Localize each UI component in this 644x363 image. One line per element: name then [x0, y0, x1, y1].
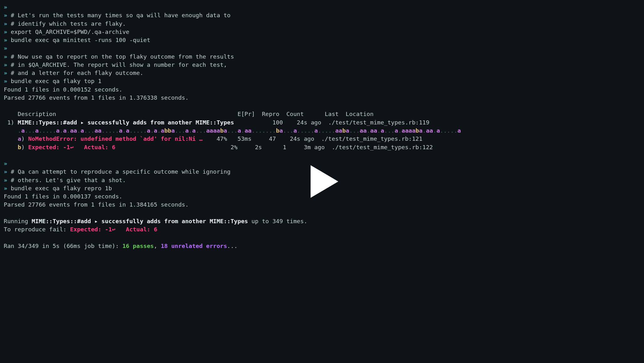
command: bundle exec qa flaky top 1	[11, 78, 101, 84]
prompt: »	[4, 20, 7, 27]
comment: # and a letter for each flaky outcome.	[11, 70, 143, 76]
expected-value: Expected: -1↩	[28, 144, 74, 150]
comment: # others. Let's give that a shot.	[11, 177, 126, 183]
prompt: »	[4, 37, 7, 43]
running-line: Running MIME::Types::#add ▸ successfully…	[4, 217, 640, 225]
outcome-label-b: b	[18, 144, 21, 150]
expected-value: Expected: -1↩	[70, 226, 116, 233]
actual-value: Actual: 6	[126, 226, 157, 233]
table-header: Description E[Pr] Repro Count Last Locat…	[4, 110, 640, 118]
prompt: »	[4, 70, 7, 76]
prompt: »	[4, 185, 7, 192]
summary-line: Ran 34/349 in 5s (66ms job time): 16 pas…	[4, 242, 640, 250]
terminal-output: » » # Let's run the tests many times so …	[4, 3, 640, 250]
prompt: »	[4, 45, 7, 51]
outcome-label-a: a	[18, 135, 21, 142]
output-line: Parsed 27766 events from 1 files in 1.38…	[4, 201, 640, 209]
test-description: MIME::Types::#add ▸ successfully adds fr…	[18, 119, 234, 126]
repro-line: To reproduce fail: Expected: -1↩ Actual:…	[4, 225, 640, 234]
prompt: »	[4, 160, 7, 167]
table-row: 1) MIME::Types::#add ▸ successfully adds…	[4, 118, 640, 127]
prompt: »	[4, 53, 7, 60]
outcome-row-a: a) NoMethodError: undefined method `add'…	[4, 135, 640, 143]
command: bundle exec qa flaky repro 1b	[11, 185, 112, 192]
comment: # Qa can attempt to reproduce a specific…	[11, 168, 231, 175]
comment: # identify which tests are flaky.	[11, 20, 126, 27]
actual-value: Actual: 6	[84, 144, 115, 150]
error-message: NoMethodError: undefined method `add' fo…	[28, 135, 203, 142]
play-icon	[302, 161, 342, 202]
command: bundle exec qa minitest -runs 100 -quiet	[11, 37, 150, 43]
prompt: »	[4, 168, 7, 175]
svg-marker-0	[311, 165, 338, 198]
output-line: Parsed 27766 events from 1 files in 1.37…	[4, 94, 640, 102]
comment: # Now use qa to report on the top flaky …	[11, 53, 234, 60]
command: export QA_ARCHIVE=$PWD/.qa-archive	[11, 29, 129, 35]
prompt: »	[4, 61, 7, 68]
prompt: »	[4, 29, 7, 35]
flaky-pattern: .a...a.....a.a.aa.a...aa.....a.a.....a.a…	[4, 127, 640, 135]
errors-count: 18 unrelated errors	[161, 243, 227, 249]
play-button[interactable]	[302, 161, 342, 202]
prompt: »	[4, 4, 7, 10]
output-line: Found 1 files in 0.000152 seconds.	[4, 86, 640, 94]
outcome-row-b: b) Expected: -1↩ Actual: 6 2% 2s 1 3m ag…	[4, 143, 640, 151]
prompt: »	[4, 177, 7, 183]
comment: # in $QA_ARCHIVE. The report will show a…	[11, 61, 227, 68]
prompt: »	[4, 78, 7, 84]
test-description: MIME::Types::#add ▸ successfully adds fr…	[32, 218, 248, 224]
comment: # Let's run the tests many times so qa w…	[11, 12, 231, 18]
passes-count: 16 passes	[122, 243, 154, 249]
prompt: »	[4, 12, 7, 18]
